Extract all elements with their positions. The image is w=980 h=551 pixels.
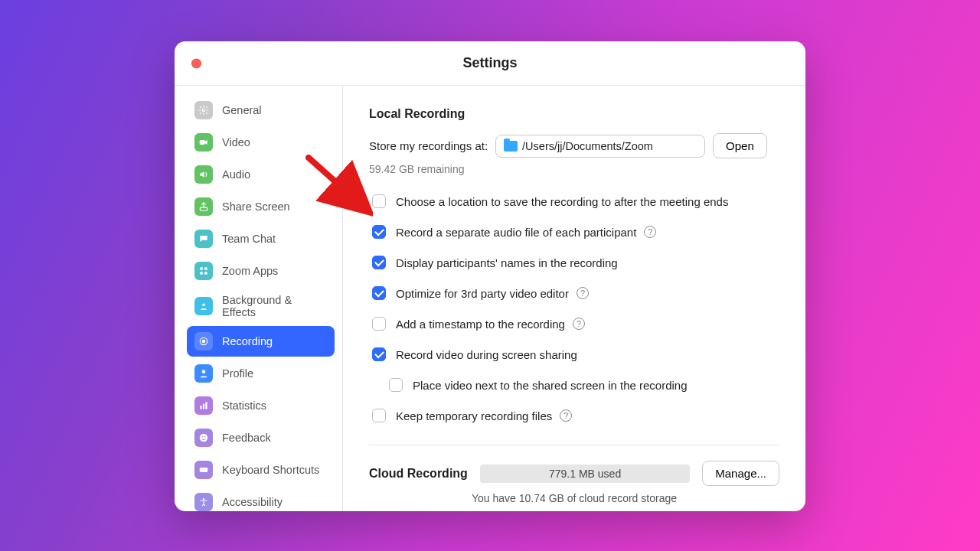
stats-icon bbox=[194, 396, 213, 415]
sidebar-item-label: Keyboard Shortcuts bbox=[222, 464, 319, 476]
gear-icon bbox=[194, 101, 213, 119]
svg-rect-1 bbox=[200, 140, 205, 145]
help-icon[interactable]: ? bbox=[577, 287, 589, 299]
option-optimize-3p: Optimize for 3rd party video editor? bbox=[369, 284, 779, 302]
apps-icon bbox=[194, 262, 213, 280]
separate-audio-label: Record a separate audio file of each par… bbox=[396, 226, 636, 239]
profile-icon bbox=[194, 364, 213, 383]
window-title: Settings bbox=[462, 55, 517, 71]
share-icon bbox=[194, 197, 213, 216]
svg-rect-3 bbox=[200, 267, 203, 270]
svg-rect-4 bbox=[204, 267, 207, 270]
display-names-checkbox[interactable] bbox=[372, 256, 386, 269]
bg-icon bbox=[194, 297, 213, 315]
sidebar-item-share-screen[interactable]: Share Screen bbox=[187, 191, 335, 222]
sidebar-item-label: Share Screen bbox=[222, 201, 290, 213]
sidebar-item-label: Profile bbox=[222, 367, 253, 380]
timestamp-label: Add a timestamp to the recording bbox=[396, 318, 565, 331]
recording-options-list: Choose a location to save the recording … bbox=[369, 192, 779, 425]
option-timestamp: Add a timestamp to the recording? bbox=[369, 315, 779, 333]
cloud-recording-heading: Cloud Recording bbox=[369, 467, 468, 481]
sidebar-item-accessibility[interactable]: Accessibility bbox=[187, 487, 335, 511]
record-video-ss-checkbox[interactable] bbox=[372, 347, 386, 361]
store-path-label: Store my recordings at: bbox=[369, 139, 488, 152]
window-body: GeneralVideoAudioShare ScreenTeam ChatZo… bbox=[175, 86, 805, 511]
svg-point-14 bbox=[200, 434, 208, 442]
svg-rect-5 bbox=[200, 272, 203, 275]
choose-location-checkbox[interactable] bbox=[372, 194, 386, 208]
cloud-recording-row: Cloud Recording 779.1 MB used Manage... bbox=[369, 461, 779, 486]
svg-rect-2 bbox=[200, 207, 207, 210]
settings-sidebar: GeneralVideoAudioShare ScreenTeam ChatZo… bbox=[175, 86, 343, 511]
help-icon[interactable]: ? bbox=[560, 409, 572, 422]
chat-icon bbox=[194, 230, 213, 248]
sidebar-item-keyboard-shortcuts[interactable]: Keyboard Shortcuts bbox=[187, 455, 335, 485]
sidebar-item-label: Audio bbox=[222, 168, 250, 181]
open-folder-button[interactable]: Open bbox=[713, 133, 767, 158]
a11y-icon bbox=[194, 493, 213, 511]
sidebar-item-recording[interactable]: Recording bbox=[187, 326, 335, 357]
audio-icon bbox=[194, 165, 213, 184]
sidebar-item-label: Background & Effects bbox=[222, 294, 327, 318]
svg-point-10 bbox=[202, 370, 206, 373]
display-names-label: Display participants' names in the recor… bbox=[396, 256, 618, 269]
separate-audio-checkbox[interactable] bbox=[372, 225, 386, 239]
sidebar-item-label: Feedback bbox=[222, 432, 271, 444]
svg-rect-17 bbox=[200, 468, 208, 472]
choose-location-label: Choose a location to save the recording … bbox=[396, 195, 728, 208]
keep-temp-checkbox[interactable] bbox=[372, 409, 386, 422]
svg-point-16 bbox=[204, 436, 206, 438]
store-path-field[interactable]: /Users/jj/Documents/Zoom bbox=[495, 135, 705, 158]
sidebar-item-audio[interactable]: Audio bbox=[187, 159, 335, 190]
svg-point-7 bbox=[202, 304, 205, 307]
video-icon bbox=[194, 133, 213, 152]
svg-rect-13 bbox=[205, 402, 207, 409]
cloud-usage-bar: 779.1 MB used bbox=[480, 465, 690, 483]
sidebar-item-background-effects[interactable]: Background & Effects bbox=[187, 288, 335, 324]
sidebar-item-label: General bbox=[222, 104, 262, 116]
svg-point-0 bbox=[202, 109, 205, 112]
settings-content: Local Recording Store my recordings at: … bbox=[343, 86, 805, 511]
option-keep-temp: Keep temporary recording files? bbox=[369, 406, 779, 425]
store-path-row: Store my recordings at: /Users/jj/Docume… bbox=[369, 133, 779, 158]
manage-cloud-button[interactable]: Manage... bbox=[702, 461, 779, 486]
svg-rect-6 bbox=[204, 272, 207, 275]
record-icon bbox=[194, 332, 213, 350]
option-separate-audio: Record a separate audio file of each par… bbox=[369, 223, 779, 241]
option-choose-location: Choose a location to save the recording … bbox=[369, 192, 779, 210]
sidebar-item-label: Accessibility bbox=[222, 496, 283, 508]
help-icon[interactable]: ? bbox=[573, 318, 585, 330]
sidebar-item-label: Recording bbox=[222, 335, 273, 347]
local-recording-heading: Local Recording bbox=[369, 107, 779, 121]
timestamp-checkbox[interactable] bbox=[372, 317, 386, 331]
place-video-checkbox[interactable] bbox=[389, 378, 403, 392]
help-icon[interactable]: ? bbox=[644, 226, 656, 238]
keyboard-icon bbox=[194, 461, 213, 479]
sidebar-item-general[interactable]: General bbox=[187, 95, 335, 126]
disk-remaining-label: 59.42 GB remaining bbox=[369, 163, 779, 175]
sidebar-item-zoom-apps[interactable]: Zoom Apps bbox=[187, 256, 335, 286]
svg-rect-11 bbox=[200, 406, 201, 409]
svg-point-9 bbox=[202, 340, 206, 344]
sidebar-item-label: Statistics bbox=[222, 399, 266, 412]
settings-window: Settings GeneralVideoAudioShare ScreenTe… bbox=[175, 41, 805, 511]
sidebar-item-label: Zoom Apps bbox=[222, 265, 278, 277]
optimize-3p-label: Optimize for 3rd party video editor bbox=[396, 287, 569, 300]
titlebar: Settings bbox=[175, 41, 805, 86]
store-path-value: /Users/jj/Documents/Zoom bbox=[522, 140, 653, 152]
sidebar-item-profile[interactable]: Profile bbox=[187, 358, 335, 389]
sidebar-item-statistics[interactable]: Statistics bbox=[187, 390, 335, 421]
record-video-ss-label: Record video during screen sharing bbox=[396, 348, 577, 361]
keep-temp-label: Keep temporary recording files bbox=[396, 409, 552, 422]
sidebar-item-video[interactable]: Video bbox=[187, 127, 335, 158]
close-window-button[interactable] bbox=[191, 58, 201, 68]
option-display-names: Display participants' names in the recor… bbox=[369, 253, 779, 272]
optimize-3p-checkbox[interactable] bbox=[372, 286, 386, 300]
section-divider bbox=[369, 445, 779, 445]
place-video-label: Place video next to the shared screen in… bbox=[413, 379, 688, 392]
sidebar-item-team-chat[interactable]: Team Chat bbox=[187, 223, 335, 254]
sidebar-item-feedback[interactable]: Feedback bbox=[187, 422, 335, 453]
svg-point-15 bbox=[201, 436, 203, 438]
svg-point-18 bbox=[203, 498, 204, 500]
option-place-video: Place video next to the shared screen in… bbox=[386, 376, 779, 394]
